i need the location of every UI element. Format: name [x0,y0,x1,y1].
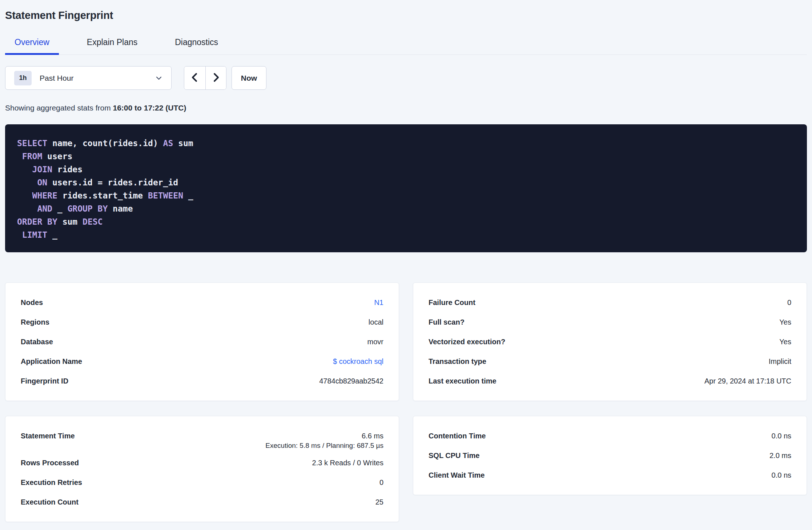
stat-row: Vectorized execution?Yes [413,332,807,352]
stat-value: 2.3 k Reads / 0 Writes [312,453,383,473]
stat-value: 0 [379,473,383,492]
sql-text [17,230,22,240]
now-button-label: Now [241,74,257,83]
sql-line: SELECT name, count(rides.id) AS sum [17,137,795,150]
stat-label: Nodes [21,293,43,312]
sql-text: users [42,152,72,161]
page-title: Statement Fingerprint [5,9,807,21]
sql-line: WHERE rides.start_time BETWEEN _ [17,189,795,202]
tab-diagnostics[interactable]: Diagnostics [165,37,228,55]
stat-value-group: Apr 29, 2024 at 17:18 UTC [704,371,791,391]
sql-text: sum [173,138,193,148]
tab-overview[interactable]: Overview [5,37,59,55]
sql-text: _ [183,191,193,200]
sql-keyword: SELECT [17,138,47,148]
stat-value-group: 2.3 k Reads / 0 Writes [312,453,383,473]
sql-keyword: DESC [83,217,102,226]
stat-value-group: 0.0 ns [772,426,791,446]
stat-label: Statement Time [21,426,75,446]
sql-keyword: WHERE [32,191,57,200]
stat-value-group: 0.0 ns [772,465,791,485]
stat-row: Execution Retries0 [5,473,399,492]
stat-value-group: movr [367,332,383,352]
stat-value: Apr 29, 2024 at 17:18 UTC [704,371,791,391]
sql-keyword: AS [163,138,173,148]
stat-value-link[interactable]: $ cockroach sql [333,352,383,371]
stat-label: Fingerprint ID [21,371,68,391]
sql-line: AND _ GROUP BY name [17,202,795,215]
time-pager [184,66,226,90]
stat-value-group: 0 [787,293,791,312]
stat-value-group: N1 [374,293,383,312]
statement-timing-card: Statement Time6.6 msExecution: 5.8 ms / … [5,416,399,522]
sql-text [17,152,22,161]
time-range-badge: 1h [14,71,32,85]
time-range-label: Past Hour [40,74,73,83]
sql-text: users.id = rides.rider_id [47,178,178,187]
stat-value-group: 4784cb829aab2542 [319,371,383,391]
stat-value: 0 [787,293,791,312]
sql-text: _ [52,204,68,213]
stat-label: Client Wait Time [429,465,485,485]
prev-time-button[interactable] [184,67,205,89]
stat-value-group: Yes [779,332,791,352]
stat-value-group: $ cockroach sql [333,352,383,371]
stat-value-group: 25 [375,492,383,512]
stat-value-group: local [369,312,383,332]
stat-label: Rows Processed [21,453,79,473]
chevron-left-icon [190,73,200,83]
stat-value: Yes [779,312,791,332]
sql-keyword: JOIN [32,165,52,174]
now-button[interactable]: Now [232,66,266,90]
stat-label: Database [21,332,53,352]
stat-label: Last execution time [429,371,497,391]
stat-row: Execution Count25 [5,492,399,512]
statement-info-card: NodesN1RegionslocalDatabasemovrApplicati… [5,282,399,401]
aggregation-note-prefix: Showing aggregated stats from [5,104,113,112]
stat-value: 4784cb829aab2542 [319,371,383,391]
stat-row: Statement Time6.6 msExecution: 5.8 ms / … [5,426,399,453]
tab-bar: Overview Explain Plans Diagnostics [5,37,807,55]
stat-row: Rows Processed2.3 k Reads / 0 Writes [5,453,399,473]
sql-keyword: ON [37,178,47,187]
stat-value-group: Yes [779,312,791,332]
stat-value-group: Implicit [769,352,791,371]
sql-statement-box: SELECT name, count(rides.id) AS sum FROM… [5,124,807,252]
stat-label: Failure Count [429,293,475,312]
tab-explain-plans[interactable]: Explain Plans [77,37,147,55]
tab-explain-plans-label: Explain Plans [87,37,137,47]
sql-line: ORDER BY sum DESC [17,215,795,228]
stat-value: 2.0 ms [769,446,791,465]
stat-label: Contention Time [429,426,486,446]
sql-text: name [108,204,133,213]
stat-value: 25 [375,492,383,512]
tab-diagnostics-label: Diagnostics [175,37,218,47]
next-time-button[interactable] [205,67,226,89]
stat-label: Application Name [21,352,82,371]
stat-value-group: 2.0 ms [769,446,791,465]
stat-row: Contention Time0.0 ns [413,426,807,446]
wait-time-card: Contention Time0.0 nsSQL CPU Time2.0 msC… [413,416,807,495]
tab-overview-label: Overview [15,37,49,47]
sql-line: ON users.id = rides.rider_id [17,176,795,189]
stat-value-detail: Execution: 5.8 ms / Planning: 687.5 µs [265,442,383,453]
sql-keyword: GROUP BY [67,204,108,213]
sql-text: sum [57,217,83,226]
stat-row: Fingerprint ID4784cb829aab2542 [5,371,399,391]
time-range-dropdown[interactable]: 1h Past Hour [5,66,172,90]
statement-fingerprint-page: Statement Fingerprint Overview Explain P… [0,9,812,522]
stat-value: movr [367,332,383,352]
stat-label: Regions [21,312,49,332]
sql-text [17,191,32,200]
stat-label: Transaction type [429,352,486,371]
summary-cards: NodesN1RegionslocalDatabasemovrApplicati… [5,282,807,522]
sql-text [17,165,32,174]
chevron-right-icon [211,73,221,83]
stat-row: Regionslocal [5,312,399,332]
chevron-down-icon [155,75,162,82]
stat-value-link[interactable]: N1 [374,293,383,312]
time-picker-toolbar: 1h Past Hour Now [5,66,807,90]
stat-label: Execution Count [21,492,79,512]
sql-keyword: BETWEEN [148,191,183,200]
sql-text [17,204,37,213]
